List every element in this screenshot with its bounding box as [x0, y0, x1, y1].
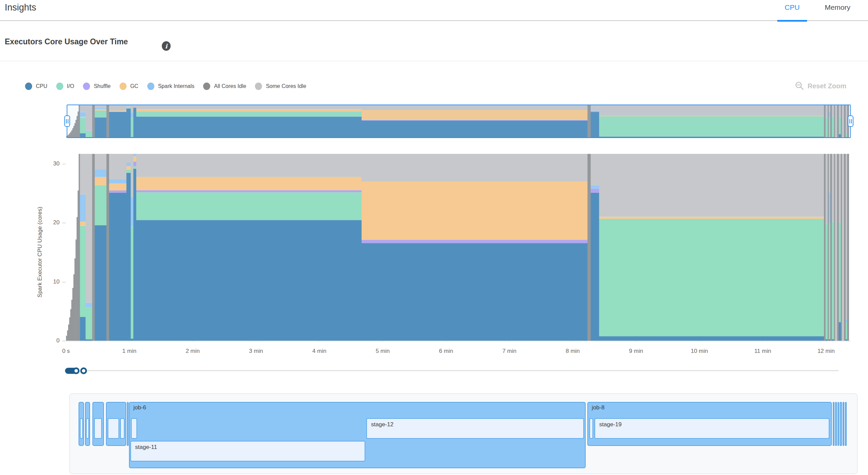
job-bar[interactable] [838, 402, 839, 446]
overview-brush-selection[interactable] [67, 105, 851, 138]
legend-item-gc[interactable]: GC [120, 83, 138, 90]
y-axis-title: Spark Executor CPU Usage (cores) [37, 156, 43, 348]
zoom-slider-knob-left[interactable] [73, 367, 80, 374]
y-tick-mark [62, 341, 66, 341]
y-tick-mark [62, 164, 66, 164]
stage-bar[interactable] [108, 418, 119, 439]
main-chart[interactable] [66, 152, 851, 342]
stage-bar-stage-12[interactable]: stage-12 [366, 418, 584, 439]
legend-item-some_idle[interactable]: Some Cores Idle [255, 83, 306, 90]
stage-bar[interactable] [86, 418, 89, 439]
legend-item-internals[interactable]: Spark Internals [147, 83, 195, 90]
area-io [86, 308, 92, 339]
area-internals [829, 192, 830, 223]
area-io [126, 170, 131, 173]
job-bar[interactable] [840, 402, 842, 446]
cpu-legend-dot-icon [25, 83, 32, 90]
area-shuffle [109, 190, 127, 193]
area-gc [109, 183, 127, 190]
insights-page: Insights CPU Memory Executors Core Usage… [0, 0, 868, 475]
area-io [80, 226, 86, 317]
some_idle-legend-dot-icon [255, 83, 262, 90]
tab-memory[interactable]: Memory [817, 0, 858, 21]
job-bar[interactable] [127, 402, 129, 446]
gc-legend-dot-icon [120, 83, 127, 90]
area-all_idle [587, 154, 591, 341]
stage-bar[interactable] [131, 418, 137, 439]
stage-bar-stage-11[interactable]: stage-11 [130, 441, 365, 461]
stage-bar[interactable] [120, 418, 125, 439]
area-gc [362, 182, 588, 240]
area-cpu [839, 322, 841, 341]
area-io [839, 222, 841, 322]
job-bar[interactable] [835, 402, 837, 446]
stage-bar[interactable] [94, 418, 102, 439]
legend-item-all_idle[interactable]: All Cores Idle [203, 83, 246, 90]
x-tick-label: 9 min [621, 348, 651, 355]
area-cpu [136, 220, 362, 341]
zoom-slider-knob-right[interactable] [80, 367, 87, 374]
legend-label: CPU [36, 83, 47, 89]
area-some_idle [832, 154, 834, 222]
job-bar[interactable] [833, 402, 834, 446]
area-some_idle [362, 154, 588, 182]
shuffle-legend-dot-icon [83, 83, 90, 90]
legend-label: Some Cores Idle [266, 83, 306, 89]
area-io [832, 222, 834, 339]
area-cpu [109, 193, 127, 341]
legend: CPUI/OShuffleGCSpark InternalsAll Cores … [25, 83, 306, 90]
x-tick-label: 4 min [304, 348, 334, 355]
area-all_idle [106, 154, 109, 341]
legend-item-cpu[interactable]: CPU [25, 83, 47, 90]
stage-bar-stage-19[interactable]: stage-19 [594, 418, 829, 439]
x-tick-label: 2 min [177, 348, 208, 355]
area-shuffle [591, 189, 600, 193]
area-some_idle [846, 154, 847, 320]
area-io [826, 224, 828, 339]
area-gc [136, 177, 362, 190]
stage-bar[interactable] [589, 418, 593, 439]
zoom-slider-track[interactable] [87, 370, 839, 371]
area-gc [133, 156, 136, 162]
y-tick-mark [62, 223, 66, 223]
reset-zoom-label: Reset Zoom [808, 82, 846, 90]
brush-handle-right[interactable] [848, 115, 853, 127]
job-bar[interactable] [843, 402, 844, 446]
area-cpu [95, 225, 107, 341]
area-all_idle [844, 154, 846, 341]
legend-item-io[interactable]: I/O [56, 83, 74, 90]
stage-label: stage-11 [135, 444, 365, 451]
area-all_idle [79, 154, 80, 341]
area-shuffle [362, 240, 588, 243]
jobs-timeline-panel: job-6stage-12stage-11job-8stage-19 [69, 393, 858, 474]
area-all_idle [830, 154, 832, 341]
brush-handle-left[interactable] [64, 115, 70, 127]
area-cpu [133, 169, 136, 341]
area-cpu [80, 317, 86, 341]
internals-legend-dot-icon [147, 83, 154, 90]
area-cpu [599, 336, 824, 341]
x-tick-label: 0 s [51, 348, 81, 355]
info-icon[interactable]: i [162, 41, 171, 51]
area-internals [133, 154, 136, 156]
area-gc [599, 217, 824, 219]
area-some_idle [86, 154, 92, 303]
reset-zoom-button[interactable]: Reset Zoom [795, 81, 846, 91]
x-tick-label: 1 min [114, 348, 145, 355]
legend-item-shuffle[interactable]: Shuffle [83, 83, 111, 90]
area-io [599, 219, 824, 336]
area-all_idle [837, 154, 839, 341]
area-cpu [126, 173, 131, 341]
page-title: Insights [5, 2, 36, 13]
job-bar[interactable] [845, 402, 847, 446]
area-io [131, 227, 134, 339]
stage-bar[interactable] [80, 418, 83, 439]
area-all_idle [92, 154, 95, 341]
tab-cpu[interactable]: CPU [777, 0, 807, 21]
area-some_idle [131, 154, 134, 197]
area-cpu [362, 243, 588, 341]
legend-label: Shuffle [94, 83, 111, 89]
section-divider [0, 61, 868, 61]
legend-label: All Cores Idle [214, 83, 246, 89]
y-tick-label: 10 [44, 278, 60, 285]
